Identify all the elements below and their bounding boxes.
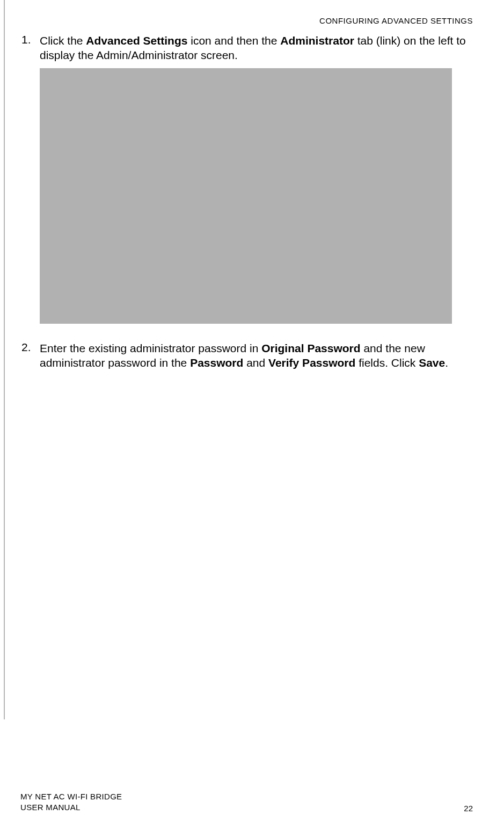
step-1: 1. Click the Advanced Settings icon and …: [20, 33, 473, 63]
step-1-bold-2: Administrator: [280, 34, 354, 47]
page-container: CONFIGURING ADVANCED SETTINGS 1. Click t…: [0, 0, 504, 830]
footer-product-line-2: USER MANUAL: [20, 802, 122, 813]
left-margin-rule: [4, 0, 5, 719]
step-2-number: 2.: [20, 341, 40, 370]
step-2-mid-2: and: [243, 356, 268, 369]
footer-product-line-1: MY NET AC WI-FI BRIDGE: [20, 791, 122, 802]
step-2-bold-4: Save: [419, 356, 445, 369]
step-1-number: 1.: [20, 33, 40, 63]
screenshot-placeholder: [40, 68, 452, 324]
footer-page-number: 22: [464, 804, 473, 813]
footer-product-info: MY NET AC WI-FI BRIDGE USER MANUAL: [20, 791, 122, 813]
content-area: 1. Click the Advanced Settings icon and …: [20, 33, 473, 372]
step-1-bold-1: Advanced Settings: [86, 34, 187, 47]
step-1-text: Click the Advanced Settings icon and the…: [40, 33, 473, 63]
step-2-mid-3: fields. Click: [355, 356, 419, 369]
step-2-bold-2: Password: [190, 356, 243, 369]
step-2-bold-3: Verify Password: [268, 356, 355, 369]
step-2-prefix: Enter the existing administrator passwor…: [40, 342, 261, 354]
page-footer: MY NET AC WI-FI BRIDGE USER MANUAL 22: [20, 791, 473, 813]
step-2-bold-1: Original Password: [261, 342, 360, 354]
step-2-suffix: .: [445, 356, 448, 369]
step-2: 2. Enter the existing administrator pass…: [20, 341, 473, 370]
step-2-text: Enter the existing administrator passwor…: [40, 341, 473, 370]
step-1-prefix: Click the: [40, 34, 86, 47]
section-header: CONFIGURING ADVANCED SETTINGS: [319, 16, 473, 25]
step-1-mid-1: icon and then the: [187, 34, 280, 47]
